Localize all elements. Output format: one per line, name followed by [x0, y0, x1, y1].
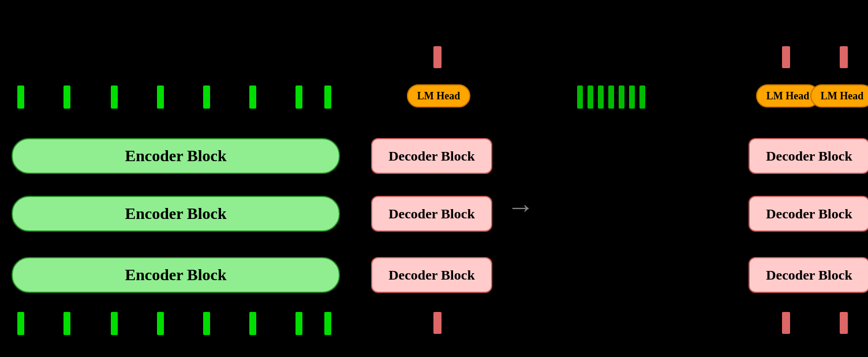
enc-top-token-6	[249, 85, 256, 109]
decoder-right-block-2: Decoder Block	[749, 196, 868, 232]
mid-token-2	[588, 85, 593, 109]
enc-top-token-3	[111, 85, 118, 109]
lm-head-right-1-label: LM Head	[766, 90, 810, 102]
encoder-block-3: Encoder Block	[12, 257, 340, 293]
arrow: →	[507, 191, 534, 222]
decoder-right-block-3: Decoder Block	[749, 257, 868, 293]
enc-bot-token-8	[324, 312, 331, 335]
lm-head-right-2-label: LM Head	[821, 90, 864, 102]
decoder-right-block-3-label: Decoder Block	[766, 267, 852, 283]
decoder-left-block-2-label: Decoder Block	[388, 206, 475, 222]
mid-token-1	[577, 85, 583, 109]
encoder-block-2: Encoder Block	[12, 196, 340, 232]
enc-top-token-7	[295, 85, 302, 109]
enc-top-token-2	[63, 85, 70, 109]
decoder-left-block-1: Decoder Block	[371, 138, 492, 174]
mid-token-5	[619, 85, 624, 109]
enc-bot-token-2	[63, 312, 70, 335]
decoder-right-block-1: Decoder Block	[749, 138, 868, 174]
enc-top-token-8	[324, 85, 331, 109]
enc-bot-token-3	[111, 312, 118, 335]
encoder-block-1-label: Encoder Block	[125, 147, 226, 165]
decoder-left-block-1-label: Decoder Block	[388, 148, 475, 164]
dec-right-bot-token-2	[840, 312, 848, 334]
encoder-block-3-label: Encoder Block	[125, 266, 226, 284]
enc-bot-token-6	[249, 312, 256, 335]
enc-bot-token-4	[157, 312, 164, 335]
lm-head-left-label: LM Head	[417, 90, 461, 102]
encoder-block-2-label: Encoder Block	[125, 204, 226, 223]
decoder-left-block-3-label: Decoder Block	[388, 267, 475, 283]
mid-token-3	[598, 85, 604, 109]
mid-token-4	[608, 85, 614, 109]
dec-left-bot-token	[433, 312, 442, 334]
dec-right-top-token-1	[782, 46, 790, 68]
dec-left-top-token	[433, 46, 442, 68]
enc-top-token-5	[203, 85, 210, 109]
mid-token-7	[639, 85, 645, 109]
enc-bot-token-5	[203, 312, 210, 335]
enc-bot-token-7	[295, 312, 302, 335]
enc-bot-token-1	[17, 312, 24, 335]
dec-right-top-token-2	[840, 46, 848, 68]
decoder-right-block-2-label: Decoder Block	[766, 206, 852, 222]
decoder-left-block-2: Decoder Block	[371, 196, 492, 232]
lm-head-right-2: LM Head	[810, 84, 868, 107]
enc-top-token-1	[17, 85, 24, 109]
mid-token-6	[629, 85, 635, 109]
diagram: Encoder Block Encoder Block Encoder Bloc…	[0, 0, 868, 357]
decoder-right-block-1-label: Decoder Block	[766, 148, 852, 164]
enc-top-token-4	[157, 85, 164, 109]
dec-right-bot-token-1	[782, 312, 790, 334]
lm-head-left: LM Head	[407, 84, 470, 107]
encoder-block-1: Encoder Block	[12, 138, 340, 174]
decoder-left-block-3: Decoder Block	[371, 257, 492, 293]
